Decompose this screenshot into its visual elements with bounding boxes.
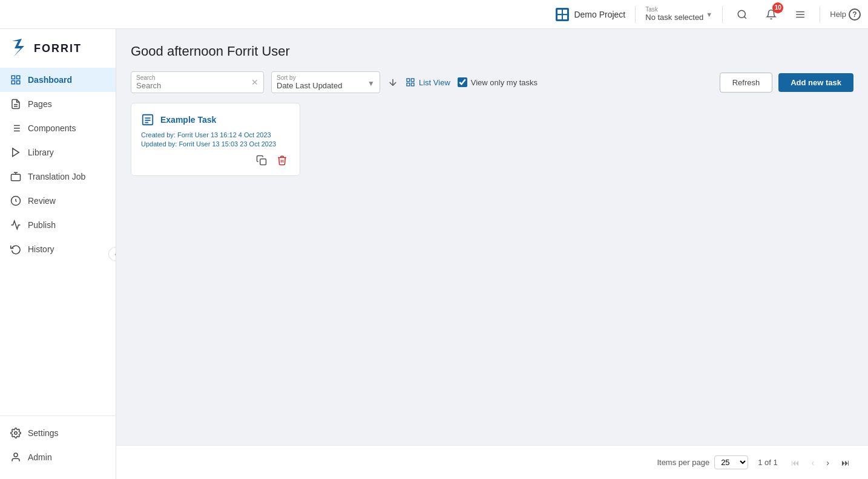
task-card-updated: Updated by: Forrit User 13 15:03 23 Oct … [141, 140, 290, 148]
menu-button[interactable] [791, 5, 810, 24]
svg-rect-6 [12, 76, 15, 79]
sidebar-item-dashboard[interactable]: Dashboard [0, 68, 116, 92]
layout: FORRIT Dashboard Pages [0, 29, 868, 479]
main-content: Good afternoon Forrit User Search ✕ Sort… [116, 29, 868, 479]
sidebar-item-history[interactable]: History [0, 237, 116, 261]
add-task-button[interactable]: Add new task [778, 73, 853, 92]
items-per-page-label: Items per page [657, 458, 709, 467]
pagination-last-button[interactable]: ⏭ [838, 455, 853, 470]
task-created-label: Created by: [141, 131, 176, 138]
sidebar-item-components[interactable]: Components [0, 116, 116, 140]
sort-direction-button[interactable] [387, 77, 398, 88]
task-card-actions [141, 152, 290, 171]
svg-rect-27 [411, 83, 414, 86]
task-copy-button[interactable] [254, 152, 269, 171]
svg-point-21 [15, 432, 18, 435]
svg-line-1 [745, 16, 746, 18]
list-view-label: List View [419, 78, 450, 87]
svg-rect-25 [411, 79, 414, 82]
task-selector[interactable]: Task No task selected ▼ [645, 7, 712, 22]
sidebar-item-settings[interactable]: Settings [0, 421, 116, 445]
task-created-time: 16:12 4 Oct 2023 [220, 131, 271, 138]
topbar-divider-3 [820, 6, 820, 23]
svg-rect-19 [12, 174, 21, 181]
list-view-button[interactable]: List View [406, 77, 450, 87]
notification-wrapper: 10 [761, 5, 781, 24]
task-label: Task [645, 7, 703, 13]
pagination-first-button[interactable]: ⏮ [787, 455, 803, 470]
sidebar-item-label-translation-job: Translation Job [28, 172, 85, 181]
svg-rect-24 [407, 79, 410, 82]
sidebar-item-pages[interactable]: Pages [0, 92, 116, 116]
publish-icon [10, 219, 22, 231]
components-icon [10, 122, 22, 134]
view-only-tasks-label: View only my tasks [471, 78, 538, 87]
sidebar-item-label-components: Components [28, 123, 76, 133]
history-icon [10, 243, 22, 255]
dashboard-icon [10, 74, 22, 86]
project-selector[interactable]: Demo Project [556, 8, 625, 21]
project-icon [556, 8, 569, 21]
task-updated-label: Updated by: [141, 140, 177, 148]
svg-point-22 [14, 453, 18, 457]
toolbar: Search ✕ Sort by Date Last Updated Date … [131, 71, 853, 93]
logo-text: FORRIT [34, 42, 82, 55]
sidebar-item-label-library: Library [28, 148, 54, 157]
sidebar-item-label-review: Review [28, 196, 56, 206]
sidebar-item-label-settings: Settings [28, 428, 59, 438]
items-per-page-select[interactable]: 25 50 100 [714, 455, 748, 469]
topbar-divider [635, 6, 636, 23]
sidebar-item-publish[interactable]: Publish [0, 213, 116, 237]
task-updated-time: 15:03 23 Oct 2023 [222, 140, 277, 148]
help-icon: ? [849, 8, 861, 21]
sidebar-item-translation-job[interactable]: Translation Job [0, 165, 116, 189]
sidebar-item-library[interactable]: Library [0, 140, 116, 165]
admin-icon [10, 451, 22, 463]
review-icon [10, 195, 22, 207]
notification-badge: 10 [772, 2, 783, 13]
sort-select[interactable]: Date Last Updated Date Created Title [277, 81, 375, 90]
project-name: Demo Project [574, 10, 625, 19]
view-only-tasks-toggle[interactable]: View only my tasks [458, 77, 538, 87]
task-card[interactable]: Example Task Created by: Forrit User 13 … [131, 103, 300, 176]
page-title: Good afternoon Forrit User [131, 44, 853, 59]
svg-rect-32 [260, 159, 266, 165]
help-button[interactable]: Help ? [830, 8, 861, 21]
task-delete-button[interactable] [274, 152, 290, 171]
task-card-type-icon [141, 113, 154, 126]
pages-icon [10, 98, 22, 110]
sidebar-item-review[interactable]: Review [0, 189, 116, 213]
svg-rect-26 [407, 83, 410, 86]
search-box: Search ✕ [131, 71, 264, 93]
search-button[interactable] [732, 5, 752, 24]
svg-point-0 [738, 10, 746, 18]
sidebar-item-label-pages: Pages [28, 99, 52, 109]
task-value: No task selected [645, 13, 703, 22]
svg-rect-8 [12, 81, 15, 84]
task-list: Example Task Created by: Forrit User 13 … [131, 103, 853, 445]
pagination-next-button[interactable]: › [823, 455, 833, 470]
svg-rect-9 [17, 81, 20, 84]
search-label: Search [136, 74, 258, 81]
pagination-prev-button[interactable]: ‹ [808, 455, 818, 470]
topbar-divider-2 [722, 6, 723, 23]
sort-box: Sort by Date Last Updated Date Created T… [271, 71, 380, 93]
svg-marker-5 [12, 39, 24, 57]
task-card-created: Created by: Forrit User 13 16:12 4 Oct 2… [141, 131, 290, 138]
refresh-button[interactable]: Refresh [720, 73, 773, 93]
page-info: 1 of 1 [758, 458, 778, 467]
settings-icon [10, 427, 22, 439]
help-label: Help [830, 10, 846, 19]
task-created-by: Forrit User 13 [177, 131, 218, 138]
search-clear-button[interactable]: ✕ [251, 77, 258, 87]
search-input[interactable] [136, 81, 258, 90]
sidebar-logo: FORRIT [0, 29, 116, 63]
pagination: Items per page 25 50 100 1 of 1 ⏮ ‹ › ⏭ [116, 445, 868, 479]
view-only-tasks-checkbox[interactable] [458, 77, 467, 87]
sidebar-item-label-publish: Publish [28, 220, 56, 230]
sidebar-item-label-admin: Admin [28, 452, 52, 462]
translation-job-icon [10, 171, 22, 183]
sidebar-item-admin[interactable]: Admin [0, 445, 116, 469]
task-dropdown-icon[interactable]: ▼ [706, 11, 712, 18]
sidebar-item-label-dashboard: Dashboard [28, 75, 72, 85]
